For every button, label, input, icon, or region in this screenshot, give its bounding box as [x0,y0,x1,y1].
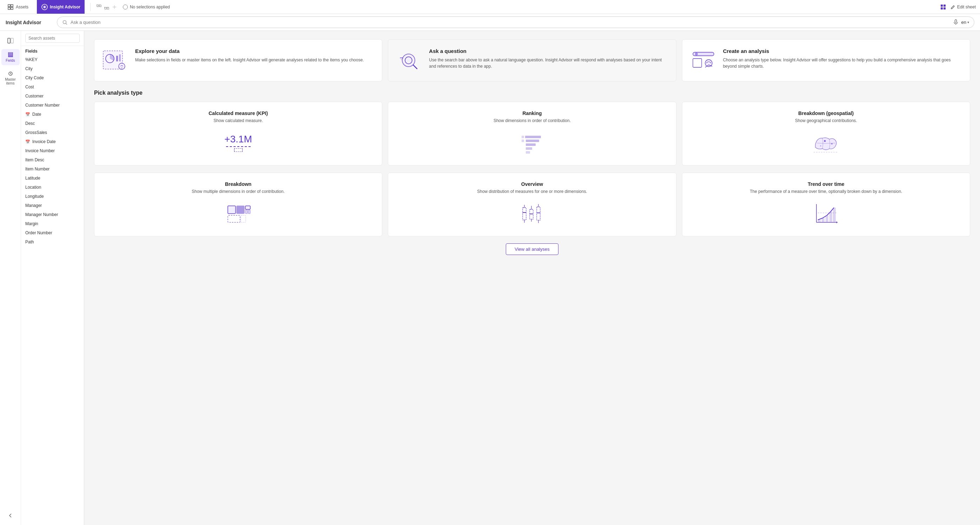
geo-card[interactable]: Breakdown (geospatial) Show geographical… [682,102,970,165]
kpi-card-title: Calculated measure (KPI) [102,111,375,116]
ranking-card-description: Show dimensions in order of contribution… [395,118,669,123]
create-illustration [689,48,718,73]
trend-card[interactable]: Trend over time The performance of a mea… [682,173,970,236]
sidebar-search-input[interactable] [25,34,80,43]
overview-card-description: Show distribution of measures for one or… [395,189,669,194]
field-item-item-desc[interactable]: Item Desc [21,155,84,165]
svg-rect-7 [97,5,99,7]
view-all-button[interactable]: View all analyses [506,243,558,255]
field-item-longitude[interactable]: Longitude [21,192,84,201]
field-item-city-code[interactable]: City Code [21,73,84,82]
field-label-customer: Customer [25,94,43,98]
svg-line-33 [413,65,417,69]
field-item-order-number[interactable]: Order Number [21,228,84,238]
svg-rect-0 [8,5,10,7]
no-selections-icon [123,5,128,10]
field-item-invoice-number[interactable]: Invoice Number [21,146,84,155]
svg-rect-8 [99,5,101,7]
svg-rect-56 [228,215,240,222]
question-input[interactable] [70,20,950,25]
assets-tab[interactable]: Assets [4,0,31,14]
insight-tab-label: Insight Advisor [50,5,80,10]
overview-card[interactable]: Overview Show distribution of measures f… [388,173,676,236]
ask-card-icon [395,48,423,73]
field-item-date[interactable]: 📅 Date [21,110,84,119]
field-label-item-desc: Item Desc [25,157,44,162]
left-panel: Fields Master items Fields [0,31,84,525]
create-card-description: Choose an analysis type below. Insight A… [723,57,963,70]
topbar-divider [90,3,91,11]
panels-icon [7,38,14,43]
collapse-sidebar-button[interactable] [2,510,20,521]
field-item-latitude[interactable]: Latitude [21,174,84,183]
no-selections: No selections applied [123,5,170,10]
ask-card-title: Ask a question [429,48,669,54]
svg-rect-12 [943,5,946,7]
svg-rect-21 [8,52,13,54]
svg-rect-2 [8,7,10,10]
selection-forward-icon [104,4,110,10]
svg-point-49 [820,146,821,147]
kpi-underline [226,146,251,147]
field-item-margin[interactable]: Margin [21,219,84,228]
topbar: Assets Insight Advisor No selections app… [0,0,980,14]
microphone-icon[interactable] [953,19,959,25]
field-item-item-number[interactable]: Item Number [21,165,84,174]
field-label-invoice-date: Invoice Date [32,139,56,144]
svg-rect-43 [526,147,532,150]
kpi-card[interactable]: Calculated measure (KPI) Show calculated… [94,102,382,165]
grid-view-button[interactable] [940,4,946,10]
field-label-location: Location [25,185,41,190]
fields-icon [8,52,13,57]
field-item-city[interactable]: City [21,64,84,73]
geo-card-description: Show geographical contributions. [689,118,963,123]
field-label-path: Path [25,240,34,244]
kpi-box [234,148,243,152]
field-item-manager-number[interactable]: Manager Number [21,210,84,219]
assets-label: Assets [16,5,29,10]
explore-card: Explore your data Make selections in fie… [94,39,382,81]
field-label-margin: Margin [25,221,38,226]
svg-rect-9 [105,7,107,9]
svg-point-6 [44,6,45,8]
insight-advisor-tab[interactable]: Insight Advisor [37,0,84,14]
master-items-nav-label: Master items [3,78,18,85]
toggle-panels-button[interactable] [2,35,20,46]
breakdown-card[interactable]: Breakdown Show multiple dimensions in or… [94,173,382,236]
secondbar: Insight Advisor en ▾ [0,14,980,31]
fields-nav-item[interactable]: Fields [2,49,20,65]
svg-rect-20 [11,38,13,43]
assets-icon [7,3,14,11]
breakdown-card-description: Show multiple dimensions in order of con… [102,189,375,194]
ask-card-text: Ask a question Use the search bar above … [429,48,669,70]
field-item-key[interactable]: %KEY [21,55,84,64]
language-selector[interactable]: en ▾ [961,20,969,25]
field-item-gross-sales[interactable]: GrossSales [21,128,84,137]
view-all-container: View all analyses [94,243,970,255]
kpi-card-description: Show calculated measure. [102,118,375,123]
fields-list: %KEY City City Code Cost Customer Custom… [21,55,84,525]
field-item-manager[interactable]: Manager [21,201,84,210]
field-item-cost[interactable]: Cost [21,82,84,92]
field-item-location[interactable]: Location [21,183,84,192]
master-items-nav-item[interactable]: Master items [2,68,20,88]
field-label-manager: Manager [25,203,42,208]
field-item-desc[interactable]: Desc [21,119,84,128]
svg-rect-73 [822,218,824,222]
edit-sheet-button[interactable]: Edit sheet [950,5,976,10]
field-item-path[interactable]: Path [21,238,84,247]
language-label: en [961,20,966,25]
analysis-section-title: Pick analysis type [94,90,970,96]
field-item-customer-number[interactable]: Customer Number [21,101,84,110]
svg-rect-22 [8,54,13,56]
breakdown-illustration [223,201,254,227]
field-label-item-number: Item Number [25,167,49,171]
svg-rect-52 [237,206,244,214]
svg-rect-41 [526,140,539,142]
search-bar[interactable]: en ▾ [57,16,974,28]
field-label-cost: Cost [25,84,34,89]
field-item-invoice-date[interactable]: 📅 Invoice Date [21,137,84,146]
field-label-longitude: Longitude [25,194,44,199]
field-item-customer[interactable]: Customer [21,92,84,101]
ranking-card[interactable]: Ranking Show dimensions in order of cont… [388,102,676,165]
